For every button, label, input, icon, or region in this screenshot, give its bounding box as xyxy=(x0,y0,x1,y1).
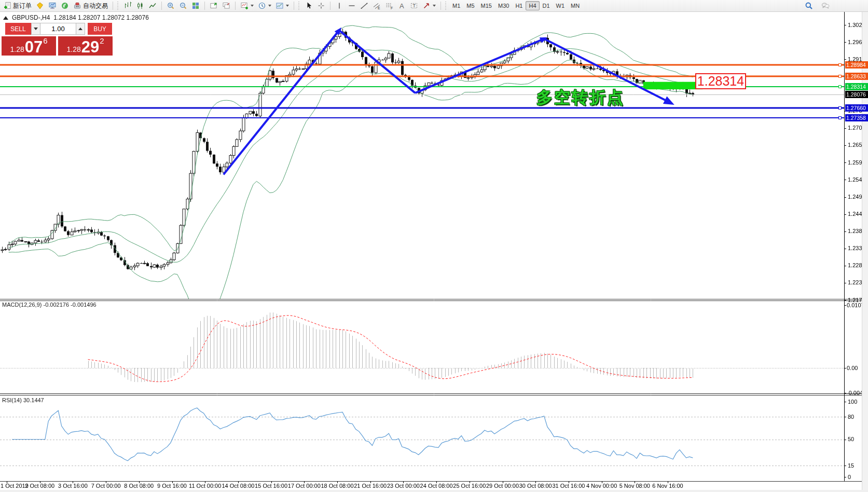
templates-button[interactable] xyxy=(273,1,291,11)
buy-price[interactable]: 1.28292 xyxy=(58,36,113,56)
sell-button[interactable]: SELL xyxy=(5,23,31,35)
arrows-button[interactable] xyxy=(420,1,438,11)
periods-icon xyxy=(258,2,266,10)
search-icon xyxy=(805,2,813,10)
toolbar-group-arrange xyxy=(206,0,233,11)
market-watch-button[interactable] xyxy=(46,1,59,11)
svg-text:E: E xyxy=(378,6,380,10)
line-chart-button[interactable] xyxy=(146,1,159,11)
svg-text:A: A xyxy=(399,2,404,10)
toolbar-separator xyxy=(330,2,330,10)
toolbar-group-zoom xyxy=(163,0,203,11)
toolbar-drag-handle[interactable] xyxy=(116,2,119,10)
text-button[interactable]: A xyxy=(395,1,408,11)
cursor-button[interactable] xyxy=(302,1,315,11)
text-icon: A xyxy=(397,2,406,10)
trendline-icon xyxy=(360,2,368,10)
price-level-tag[interactable]: 1.28984 xyxy=(845,61,868,69)
indicators-icon xyxy=(240,2,249,10)
caret-down-icon xyxy=(34,28,38,30)
price-callout[interactable]: 1.28314 xyxy=(695,73,746,89)
price-level-tag[interactable]: 1.28314 xyxy=(845,83,868,90)
one-click-trading-panel: SELL BUY 1.28076 1.28292 xyxy=(2,23,113,56)
label-button[interactable]: T xyxy=(408,1,420,11)
cascade-windows-icon xyxy=(222,2,230,10)
symbol-ohlc: 1.28184 1.28207 1.28072 1.28076 xyxy=(53,14,149,21)
horizontal-line-icon xyxy=(348,2,356,10)
timeframe-w1-button[interactable]: W1 xyxy=(553,1,568,10)
auto-trading-button-label: 自动交易 xyxy=(83,2,108,10)
collapse-icon[interactable] xyxy=(3,16,8,20)
periods-button[interactable] xyxy=(256,1,273,11)
signals-icon xyxy=(61,2,69,10)
chat-button[interactable] xyxy=(819,1,832,11)
bar-chart-button[interactable] xyxy=(121,1,134,11)
trendline-button[interactable] xyxy=(358,1,370,11)
timeframe-h1-button[interactable]: H1 xyxy=(512,1,526,10)
timeframe-m1-button[interactable]: M1 xyxy=(449,1,463,10)
chart-annotation-text[interactable]: 多空转折点 xyxy=(536,87,625,108)
bar-chart-icon xyxy=(123,2,132,10)
timeframe-m30-button[interactable]: M30 xyxy=(495,1,512,10)
vertical-line-button[interactable] xyxy=(333,1,346,11)
timeframe-m5-button[interactable]: M5 xyxy=(463,1,477,10)
toolbar-drag-handle[interactable] xyxy=(297,2,300,10)
new-order-icon xyxy=(3,2,11,10)
indicators-button[interactable] xyxy=(238,1,256,11)
crosshair-button[interactable] xyxy=(315,1,327,11)
svg-text:T: T xyxy=(413,3,416,8)
new-order-button[interactable]: 新订单 xyxy=(1,1,34,11)
profiles-button[interactable] xyxy=(34,1,46,11)
timeframe-h4-button[interactable]: H4 xyxy=(526,1,539,10)
toolbar-group-timeframes: M1M5M15M30H1H4D1W1MN xyxy=(448,0,584,11)
equidistant-channel-button[interactable]: E xyxy=(370,1,383,11)
label-icon: T xyxy=(410,2,418,10)
cursor-icon xyxy=(305,2,313,10)
toolbar-group-file: 新订单自动交易 xyxy=(0,0,111,11)
toolbar-separator xyxy=(235,2,236,10)
toolbar-right-group xyxy=(803,1,832,11)
symbol-name: GBPUSD-,H4 xyxy=(12,14,50,21)
current-price-tag[interactable]: 1.28076 xyxy=(845,91,868,98)
line-chart-icon xyxy=(148,2,157,10)
timeframe-m15-button[interactable]: M15 xyxy=(478,1,495,10)
candlestick-icon xyxy=(136,2,144,10)
price-level-tag[interactable]: 1.27358 xyxy=(845,114,868,121)
dropdown-caret-icon xyxy=(433,5,436,7)
sell-price[interactable]: 1.28076 xyxy=(2,36,56,56)
macd-label: MACD(12,26,9) -0.002176 -0.001496 xyxy=(2,302,97,308)
profile-icon xyxy=(36,2,44,10)
toolbar-separator xyxy=(294,2,294,10)
dropdown-caret-icon xyxy=(251,5,254,7)
vertical-line-icon xyxy=(335,2,343,10)
arrows-icon xyxy=(422,2,431,10)
candlestick-button[interactable] xyxy=(134,1,146,11)
toolbar: 新订单自动交易EFATM1M5M15M30H1H4D1W1MN xyxy=(0,0,868,12)
tile-windows-button[interactable] xyxy=(189,1,202,11)
rsi-label: RSI(14) 30.1447 xyxy=(2,397,44,403)
fibonacci-button[interactable]: F xyxy=(383,1,395,11)
buy-button[interactable]: BUY xyxy=(88,23,112,35)
toolbar-drag-handle[interactable] xyxy=(444,2,447,10)
zoom-out-button[interactable] xyxy=(177,1,189,11)
signals-button[interactable] xyxy=(59,1,71,11)
market-watch-icon xyxy=(48,2,57,10)
search-button[interactable] xyxy=(803,1,815,11)
timeframe-mn-button[interactable]: MN xyxy=(568,1,583,10)
volume-increase-button[interactable] xyxy=(76,23,85,35)
cascade-windows-button[interactable] xyxy=(220,1,232,11)
price-level-tag[interactable]: 1.28633 xyxy=(845,73,868,80)
horizontal-line-button[interactable] xyxy=(346,1,358,11)
arrange-windows-button[interactable] xyxy=(208,1,220,11)
volume-input[interactable] xyxy=(40,23,76,35)
price-level-tag[interactable]: 1.27660 xyxy=(845,104,868,112)
toolbar-group-draw-tools: EFAT xyxy=(332,0,439,11)
toolbar-group-insert xyxy=(237,0,292,11)
zoom-in-button[interactable] xyxy=(164,1,177,11)
volume-decrease-button[interactable] xyxy=(31,23,40,35)
templates-icon xyxy=(275,2,284,10)
auto-trading-button[interactable]: 自动交易 xyxy=(71,1,110,11)
toolbar-separator xyxy=(204,2,205,10)
symbol-header[interactable]: GBPUSD-,H4 1.28184 1.28207 1.28072 1.280… xyxy=(3,14,149,21)
timeframe-d1-button[interactable]: D1 xyxy=(540,1,553,10)
